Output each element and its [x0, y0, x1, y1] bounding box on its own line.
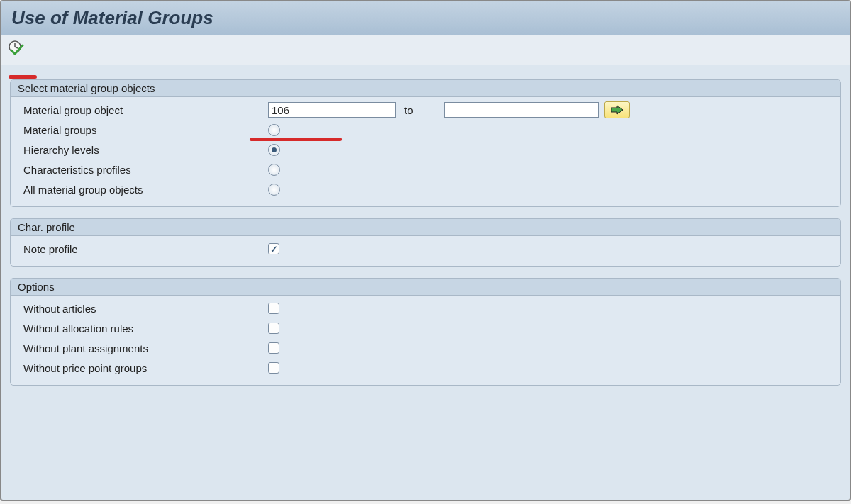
group-char-profile: Char. profile Note profile [10, 218, 841, 267]
radio-hierarchy-levels[interactable] [268, 144, 280, 156]
label: Hierarchy levels [23, 144, 268, 156]
label: Note profile [23, 243, 268, 255]
clock-check-icon [7, 40, 24, 57]
without-price-checkbox[interactable] [268, 362, 279, 374]
arrow-right-icon [611, 105, 623, 115]
note-profile-checkbox[interactable] [268, 243, 279, 254]
label: Without plant assignments [23, 342, 268, 354]
radio-char-profiles[interactable] [268, 164, 280, 176]
material-group-to-input[interactable] [444, 102, 599, 118]
annotation-underline [9, 75, 37, 79]
label: Without articles [23, 303, 268, 315]
row-radio-hierarchy-levels: Hierarchy levels [23, 140, 833, 159]
without-alloc-checkbox[interactable] [268, 323, 279, 334]
row-note-profile: Note profile [23, 239, 833, 259]
row-without-price: Without price point groups [23, 358, 833, 378]
row-without-plant: Without plant assignments [23, 338, 833, 358]
radio-material-groups[interactable] [268, 124, 280, 136]
material-group-from-input[interactable] [268, 102, 396, 118]
row-radio-material-groups: Material groups [23, 120, 833, 140]
without-articles-checkbox[interactable] [268, 303, 279, 314]
window: Use of Material Groups Select material g… [0, 0, 851, 501]
to-label: to [399, 104, 441, 116]
without-plant-checkbox[interactable] [268, 342, 279, 354]
row-radio-char-profiles: Characteristics profiles [23, 159, 833, 179]
annotation-underline [250, 138, 342, 141]
group-header: Char. profile [11, 219, 840, 236]
row-material-group-object: Material group object to [23, 100, 833, 120]
label: Material group object [23, 104, 268, 116]
row-radio-all-objects: All material group objects [23, 179, 833, 199]
label: Without allocation rules [23, 323, 268, 335]
radio-all-objects[interactable] [268, 184, 280, 196]
group-header: Select material group objects [11, 80, 840, 97]
content-area: Select material group objects Material g… [1, 65, 850, 386]
row-without-alloc: Without allocation rules [23, 318, 833, 338]
page-title: Use of Material Groups [11, 7, 840, 29]
group-select-objects: Select material group objects Material g… [10, 79, 841, 207]
label: All material group objects [23, 184, 268, 196]
group-header: Options [11, 279, 840, 296]
label: Characteristics profiles [23, 164, 268, 176]
label: Without price point groups [23, 362, 268, 374]
group-options: Options Without articles Without allocat… [10, 278, 841, 386]
label: Material groups [23, 124, 268, 136]
execute-button[interactable] [7, 40, 24, 57]
toolbar [1, 35, 850, 65]
row-without-articles: Without articles [23, 298, 833, 318]
title-bar: Use of Material Groups [1, 1, 850, 35]
multiple-selection-button[interactable] [604, 101, 630, 118]
